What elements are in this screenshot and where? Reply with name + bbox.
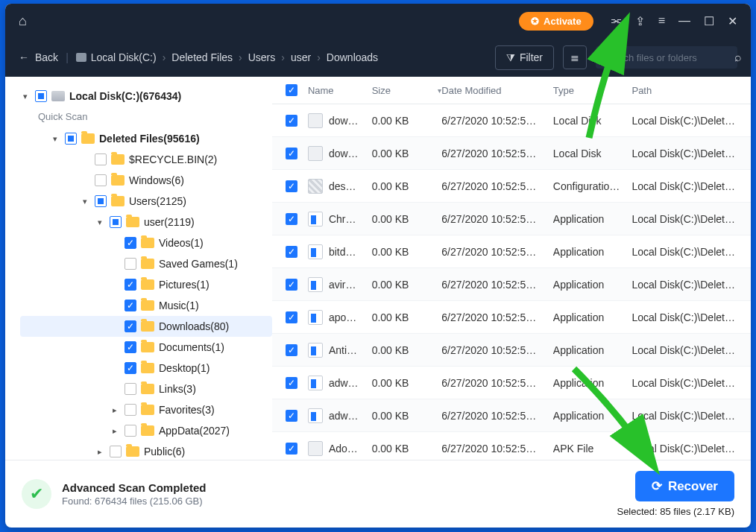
- row-checkbox[interactable]: [286, 279, 297, 291]
- chevron-icon[interactable]: ▸: [110, 405, 120, 415]
- row-checkbox[interactable]: [286, 246, 297, 258]
- home-icon[interactable]: ⌂: [19, 13, 27, 29]
- tree-checkbox[interactable]: [125, 341, 136, 353]
- tree-item[interactable]: ▸ AppData(2027): [20, 420, 272, 441]
- col-size[interactable]: Size▾: [372, 85, 442, 96]
- view-mode-button[interactable]: ≣: [563, 45, 587, 69]
- tree-item[interactable]: $RECYCLE.BIN(2): [20, 149, 272, 170]
- chevron-icon[interactable]: ▾: [80, 197, 90, 206]
- row-checkbox[interactable]: [286, 311, 297, 323]
- maximize-icon[interactable]: ☐: [704, 14, 714, 28]
- col-name[interactable]: Name: [308, 85, 372, 96]
- table-row[interactable]: des… 0.00 KB 6/27/2020 10:52:5… Configur…: [272, 170, 751, 203]
- tree-deleted-files[interactable]: ▾ Deleted Files(95616): [20, 128, 272, 149]
- tree-checkbox[interactable]: [125, 425, 136, 437]
- tree-item[interactable]: Music(1): [20, 295, 272, 316]
- col-type[interactable]: Type: [553, 85, 632, 96]
- table-row[interactable]: adw… 0.00 KB 6/27/2020 10:52:5… Applicat…: [272, 399, 751, 432]
- row-checkbox[interactable]: [286, 180, 297, 192]
- tree-item[interactable]: ▸ Favorites(3): [20, 399, 272, 420]
- table-row[interactable]: Chr… 0.00 KB 6/27/2020 10:52:5… Applicat…: [272, 203, 751, 235]
- scan-status-title: Advanced Scan Completed: [62, 481, 206, 494]
- breadcrumb[interactable]: Local Disk(C:) ›Deleted Files ›Users ›us…: [76, 51, 378, 63]
- export-icon[interactable]: ⇪: [635, 14, 645, 28]
- tree-checkbox[interactable]: [110, 446, 122, 457]
- back-label: Back: [35, 51, 58, 63]
- chevron-down-icon[interactable]: ▾: [95, 218, 105, 227]
- row-checkbox[interactable]: [286, 443, 297, 455]
- tree-item[interactable]: ▾ Users(2125): [20, 191, 272, 212]
- tree-item[interactable]: Downloads(80): [20, 316, 272, 337]
- tree-checkbox[interactable]: [65, 133, 77, 145]
- tree-checkbox[interactable]: [125, 237, 136, 249]
- tree-user[interactable]: ▾ user(2119): [20, 212, 272, 232]
- row-checkbox[interactable]: [286, 213, 297, 225]
- tree-root[interactable]: ▾ Local Disk(C:)(676434): [20, 86, 272, 107]
- tree-checkbox[interactable]: [125, 320, 136, 332]
- tree-item[interactable]: Documents(1): [20, 337, 272, 358]
- tree-item[interactable]: Desktop(1): [20, 358, 272, 379]
- tree-item[interactable]: Links(3): [20, 379, 272, 399]
- tree-item[interactable]: Pictures(1): [20, 274, 272, 295]
- row-checkbox[interactable]: [286, 344, 297, 356]
- disk-icon: [51, 91, 65, 101]
- tree-checkbox[interactable]: [125, 362, 136, 374]
- selected-count: Selected: 85 files (2.17 KB): [617, 506, 734, 517]
- folder-icon: [141, 238, 154, 248]
- tree-checkbox[interactable]: [125, 383, 136, 395]
- menu-icon[interactable]: ≡: [658, 14, 665, 28]
- back-button[interactable]: ← Back: [19, 51, 58, 63]
- tree-item[interactable]: Videos(1): [20, 232, 272, 253]
- table-row[interactable]: apo… 0.00 KB 6/27/2020 10:52:5… Applicat…: [272, 301, 751, 334]
- minimize-icon[interactable]: —: [678, 14, 690, 28]
- row-checkbox[interactable]: [286, 410, 297, 422]
- activate-label: Activate: [544, 16, 582, 27]
- share-icon[interactable]: ⫘: [610, 14, 622, 28]
- scan-status-detail: Found: 676434 files (215.06 GB): [62, 495, 206, 507]
- select-all-checkbox[interactable]: [286, 84, 297, 96]
- folder-icon: [126, 217, 139, 227]
- chevron-icon[interactable]: ▸: [110, 426, 120, 436]
- sidebar-tree[interactable]: ▾ Local Disk(C:)(676434) Quick Scan ▾ De…: [5, 77, 272, 460]
- tree-checkbox[interactable]: [95, 195, 107, 207]
- tree-checkbox[interactable]: [125, 404, 136, 416]
- folder-icon: [141, 321, 154, 332]
- tree-public[interactable]: ▸ Public(6): [20, 441, 272, 460]
- col-date[interactable]: Date Modified: [441, 85, 553, 96]
- search-field[interactable]: ⌕: [596, 46, 737, 69]
- tree-item[interactable]: Saved Games(1): [20, 253, 272, 274]
- row-checkbox[interactable]: [286, 148, 297, 159]
- file-icon: [308, 179, 323, 194]
- table-row[interactable]: avir… 0.00 KB 6/27/2020 10:52:5… Applica…: [272, 268, 751, 301]
- table-row[interactable]: Ado… 0.00 KB 6/27/2020 10:52:5… APK File…: [272, 432, 751, 460]
- search-icon[interactable]: ⌕: [734, 51, 742, 64]
- row-checkbox[interactable]: [286, 115, 297, 127]
- tree-checkbox[interactable]: [110, 216, 122, 228]
- table-row[interactable]: adw… 0.00 KB 6/27/2020 10:52:5… Applicat…: [272, 367, 751, 399]
- chevron-down-icon[interactable]: ▾: [50, 134, 60, 144]
- file-icon: [308, 113, 323, 128]
- file-icon: [308, 441, 323, 456]
- row-checkbox[interactable]: [286, 377, 297, 389]
- filter-button[interactable]: ⧩ Filter: [495, 45, 554, 70]
- table-row[interactable]: Anti… 0.00 KB 6/27/2020 10:52:5… Applica…: [272, 334, 751, 367]
- tree-checkbox[interactable]: [95, 174, 107, 186]
- quick-scan-label: Quick Scan: [20, 107, 272, 128]
- table-row[interactable]: bitd… 0.00 KB 6/27/2020 10:52:5… Applica…: [272, 235, 751, 268]
- activate-button[interactable]: ✪ Activate: [519, 12, 593, 31]
- tree-checkbox[interactable]: [125, 258, 136, 270]
- close-icon[interactable]: ✕: [728, 14, 737, 28]
- tree-checkbox[interactable]: [125, 279, 136, 291]
- table-row[interactable]: dow… 0.00 KB 6/27/2020 10:52:5… Local Di…: [272, 137, 751, 170]
- tree-checkbox[interactable]: [125, 300, 136, 311]
- tree-checkbox[interactable]: [95, 153, 107, 165]
- tree-checkbox[interactable]: [35, 90, 47, 102]
- chevron-down-icon[interactable]: ▾: [20, 92, 31, 101]
- tree-item[interactable]: Windows(6): [20, 170, 272, 191]
- search-input[interactable]: [603, 52, 728, 63]
- chevron-right-icon[interactable]: ▸: [95, 447, 105, 457]
- table-row[interactable]: dow… 0.00 KB 6/27/2020 10:52:5… Local Di…: [272, 104, 751, 137]
- recover-button[interactable]: ⟳ Recover: [635, 471, 734, 501]
- col-path[interactable]: Path: [631, 85, 737, 96]
- file-icon: [308, 212, 323, 227]
